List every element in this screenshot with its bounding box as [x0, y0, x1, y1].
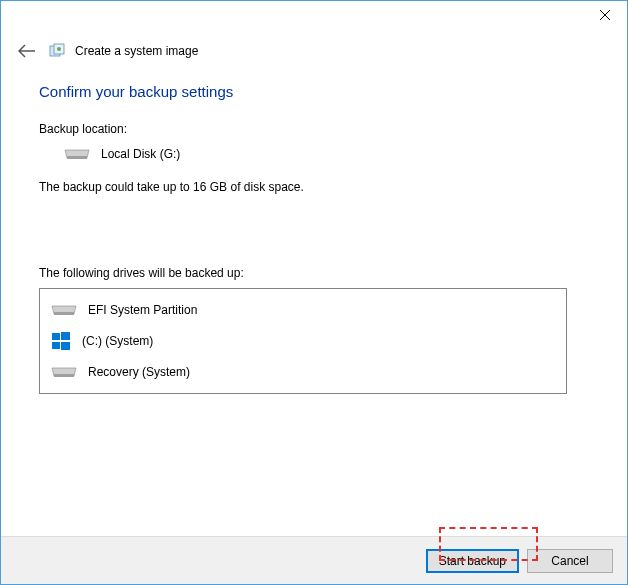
svg-rect-11 — [52, 342, 60, 349]
svg-point-6 — [84, 157, 86, 159]
backup-location-value: Local Disk (G:) — [101, 147, 180, 161]
windows-logo-icon — [50, 332, 72, 350]
cancel-button[interactable]: Cancel — [527, 549, 613, 573]
list-item: Recovery (System) — [40, 357, 566, 387]
drives-list: EFI System Partition (C:) (System) — [39, 288, 567, 394]
footer-bar: Start backup Cancel — [1, 536, 627, 584]
hard-drive-icon — [50, 364, 78, 380]
close-button[interactable] — [582, 1, 627, 29]
backup-location-label: Backup location: — [39, 122, 567, 136]
close-icon — [600, 10, 610, 20]
svg-point-8 — [71, 313, 73, 315]
titlebar — [1, 1, 627, 31]
page-heading: Confirm your backup settings — [39, 83, 567, 100]
header-row: Create a system image — [1, 31, 627, 63]
svg-rect-5 — [67, 156, 87, 159]
drive-label: Recovery (System) — [88, 365, 190, 379]
drives-list-label: The following drives will be backed up: — [39, 266, 567, 280]
backup-location-row: Local Disk (G:) — [39, 146, 567, 162]
svg-rect-13 — [54, 374, 74, 377]
list-item: EFI System Partition — [40, 295, 566, 325]
svg-rect-10 — [61, 332, 70, 340]
svg-rect-12 — [61, 342, 70, 350]
content-area: Confirm your backup settings Backup loca… — [1, 63, 627, 394]
svg-point-14 — [71, 375, 73, 377]
system-image-icon — [49, 43, 65, 59]
wizard-title: Create a system image — [75, 44, 198, 58]
start-backup-button[interactable]: Start backup — [426, 549, 519, 573]
drive-label: EFI System Partition — [88, 303, 197, 317]
hard-drive-icon — [50, 302, 78, 318]
list-item: (C:) (System) — [40, 325, 566, 357]
size-estimate-text: The backup could take up to 16 GB of dis… — [39, 180, 567, 194]
svg-rect-9 — [52, 333, 60, 340]
drive-label: (C:) (System) — [82, 334, 153, 348]
back-arrow-icon — [18, 44, 36, 58]
back-button[interactable] — [15, 39, 39, 63]
svg-rect-7 — [54, 312, 74, 315]
hard-drive-icon — [63, 146, 91, 162]
svg-point-4 — [57, 47, 61, 51]
